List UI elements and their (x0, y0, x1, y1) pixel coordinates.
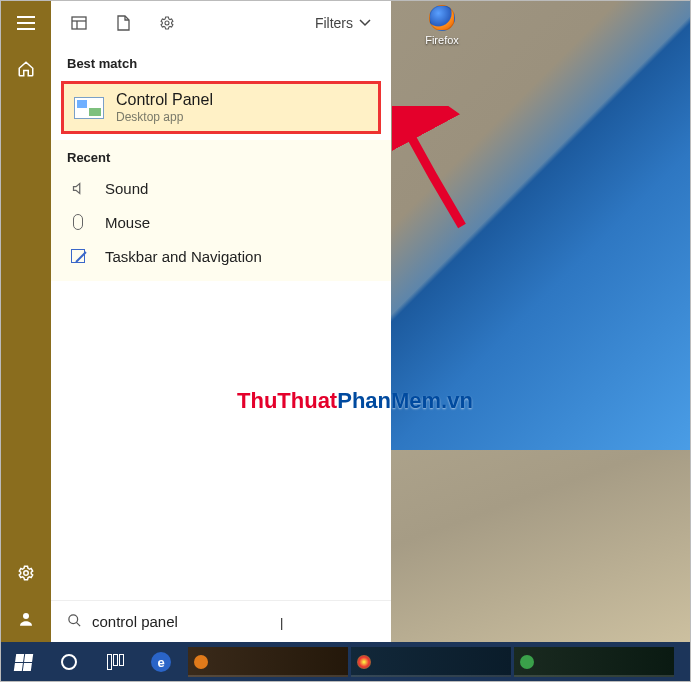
windows-logo-icon (13, 654, 32, 671)
annotation-highlight: Control Panel Desktop app (61, 81, 381, 134)
recent-header: Recent (51, 140, 391, 171)
search-icon (67, 613, 82, 631)
svg-point-0 (23, 571, 28, 576)
svg-point-5 (165, 21, 169, 25)
svg-line-7 (76, 622, 80, 626)
recent-item-label: Sound (105, 180, 148, 197)
panel-topbar: Filters (51, 0, 391, 46)
result-subtitle: Desktop app (116, 110, 213, 124)
home-icon (17, 60, 35, 78)
document-icon (117, 15, 130, 31)
watermark: ThuThuatPhanMem.vn (237, 388, 473, 414)
taskbar-app-3[interactable] (514, 647, 674, 677)
user-icon (17, 610, 35, 628)
start-rail (0, 0, 51, 642)
search-row[interactable] (51, 600, 391, 642)
start-button[interactable] (0, 642, 46, 682)
cortana-icon (61, 654, 77, 670)
cortana-button[interactable] (46, 642, 92, 682)
recent-item-taskbar[interactable]: Taskbar and Navigation (51, 239, 391, 273)
taskbar-app-2[interactable] (351, 647, 511, 677)
start-search-panel: Filters Best match Control Panel Desktop… (51, 0, 391, 642)
settings-button[interactable] (0, 550, 51, 596)
filters-dropdown[interactable]: Filters (315, 15, 385, 31)
control-panel-icon (74, 97, 104, 119)
taskbar: e (0, 642, 691, 682)
recent-item-label: Mouse (105, 214, 150, 231)
apps-view-button[interactable] (57, 1, 101, 45)
recent-item-mouse[interactable]: Mouse (51, 205, 391, 239)
apps-icon (71, 16, 87, 30)
filters-label: Filters (315, 15, 353, 31)
taskbar-app-1[interactable] (188, 647, 348, 677)
firefox-icon (429, 5, 455, 31)
edge-button[interactable]: e (138, 642, 184, 682)
desktop-shortcut-label: Firefox (417, 34, 467, 46)
recent-item-sound[interactable]: Sound (51, 171, 391, 205)
edge-icon: e (151, 652, 171, 672)
annotation-arrow (392, 106, 472, 236)
hamburger-button[interactable] (0, 0, 51, 46)
svg-point-6 (69, 614, 78, 623)
settings-filter-button[interactable] (145, 1, 189, 45)
recent-item-label: Taskbar and Navigation (105, 248, 262, 265)
user-button[interactable] (0, 596, 51, 642)
best-match-header: Best match (51, 46, 391, 77)
documents-button[interactable] (101, 1, 145, 45)
task-view-icon (107, 654, 124, 670)
taskbar-running-apps (184, 647, 691, 677)
home-button[interactable] (0, 46, 51, 92)
svg-point-1 (23, 613, 29, 619)
desktop-shortcut-firefox[interactable]: Firefox (417, 5, 467, 46)
result-title: Control Panel (116, 91, 213, 109)
gear-icon (159, 15, 175, 31)
svg-rect-2 (72, 17, 86, 29)
speaker-icon (69, 179, 87, 197)
task-view-button[interactable] (92, 642, 138, 682)
chevron-down-icon (359, 19, 371, 27)
search-input[interactable] (92, 613, 282, 630)
taskbar-icon (69, 247, 87, 265)
panel-empty-area (51, 281, 391, 600)
mouse-icon (69, 213, 87, 231)
hamburger-icon (17, 16, 35, 30)
gear-icon (17, 564, 35, 582)
best-match-result[interactable]: Control Panel Desktop app (64, 84, 378, 131)
